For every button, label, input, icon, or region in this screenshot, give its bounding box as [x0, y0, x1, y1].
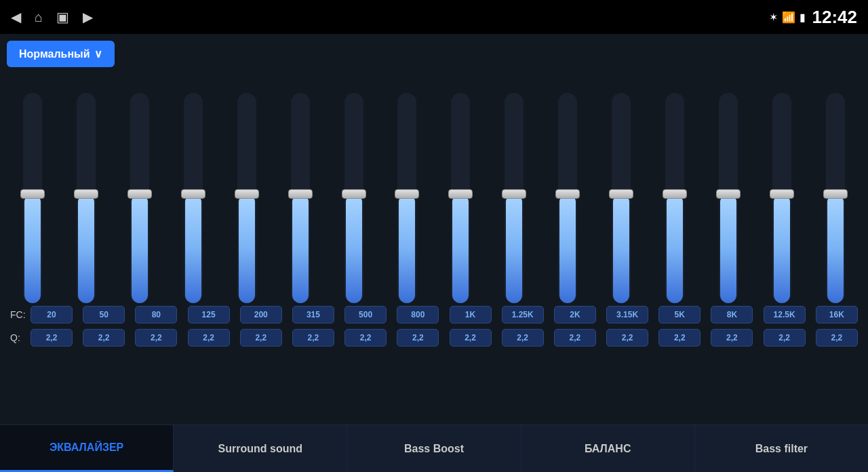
eq-band-50: [64, 93, 108, 303]
slider-handle-200[interactable]: [235, 189, 259, 199]
fc-row: FC: 2050801252003155008001K1.25K2K3.15K5…: [7, 303, 861, 326]
slider-track-16K[interactable]: [826, 93, 845, 303]
q-badge-4[interactable]: 2,2: [240, 329, 282, 347]
tab-bass_filter[interactable]: Bass filter: [695, 425, 868, 472]
media-icon[interactable]: ▶: [83, 9, 93, 25]
slider-fill-16K: [827, 194, 844, 303]
q-badge-14[interactable]: 2,2: [764, 329, 806, 347]
back-icon[interactable]: ◀: [11, 9, 21, 25]
slider-handle-5K[interactable]: [663, 189, 687, 199]
q-badge-9[interactable]: 2,2: [502, 329, 544, 347]
fc-badge-125[interactable]: 125: [188, 306, 230, 323]
slider-fill-500: [346, 194, 362, 303]
slider-handle-3.15K[interactable]: [609, 189, 633, 199]
tab-surround[interactable]: Surround sound: [174, 425, 347, 472]
slider-handle-80[interactable]: [127, 189, 152, 199]
slider-handle-2K[interactable]: [555, 189, 580, 199]
fc-badge-1K[interactable]: 1K: [450, 306, 492, 323]
slider-handle-1K[interactable]: [448, 189, 473, 199]
slider-fill-315: [292, 194, 309, 303]
slider-handle-1.25K[interactable]: [502, 189, 526, 199]
q-badge-5[interactable]: 2,2: [292, 329, 334, 347]
eq-band-20: [10, 93, 55, 303]
q-badge-6[interactable]: 2,2: [344, 329, 387, 347]
fc-badge-1.25K[interactable]: 1.25K: [502, 306, 544, 323]
slider-fill-125: [185, 194, 201, 303]
q-row: Q: 2,22,22,22,22,22,22,22,22,22,22,22,22…: [7, 326, 861, 349]
slider-track-3.15K[interactable]: [612, 93, 631, 303]
q-badge-2[interactable]: 2,2: [135, 329, 177, 347]
q-badge-12[interactable]: 2,2: [658, 329, 701, 347]
slider-track-1.25K[interactable]: [505, 93, 524, 303]
q-label: Q:: [10, 332, 31, 343]
eq-band-80: [117, 93, 162, 303]
slider-fill-200: [239, 194, 255, 303]
q-badge-1[interactable]: 2,2: [83, 329, 125, 347]
window-icon[interactable]: ▣: [56, 9, 69, 25]
slider-track-80[interactable]: [130, 93, 149, 303]
slider-track-315[interactable]: [291, 93, 310, 303]
eq-sliders-area: [7, 73, 861, 303]
fc-badge-80[interactable]: 80: [135, 306, 177, 323]
slider-track-5K[interactable]: [665, 93, 684, 303]
slider-handle-50[interactable]: [74, 189, 98, 199]
slider-track-12.5K[interactable]: [772, 93, 791, 303]
preset-label: Нормальный: [19, 48, 90, 60]
slider-fill-2K: [559, 194, 576, 303]
slider-track-200[interactable]: [237, 93, 256, 303]
status-right: ✶ 📶 ▮ 12:42: [769, 7, 858, 28]
eq-band-800: [384, 93, 429, 303]
q-badge-7[interactable]: 2,2: [397, 329, 439, 347]
fc-badge-3.15K[interactable]: 3.15K: [606, 306, 648, 323]
fc-badge-20[interactable]: 20: [31, 306, 73, 323]
fc-badge-16K[interactable]: 16K: [816, 306, 858, 323]
slider-handle-800[interactable]: [395, 189, 419, 199]
slider-fill-1.25K: [506, 194, 522, 303]
slider-handle-20[interactable]: [20, 189, 45, 199]
slider-fill-3.15K: [613, 194, 629, 303]
slider-handle-500[interactable]: [342, 189, 366, 199]
preset-button[interactable]: Нормальный ∨: [7, 41, 115, 67]
fc-badge-8K[interactable]: 8K: [711, 306, 753, 323]
slider-handle-16K[interactable]: [823, 189, 848, 199]
slider-track-8K[interactable]: [719, 93, 738, 303]
q-badge-13[interactable]: 2,2: [711, 329, 753, 347]
slider-handle-12.5K[interactable]: [770, 189, 794, 199]
preset-dropdown-icon: ∨: [94, 47, 102, 60]
eq-band-2K: [545, 93, 590, 303]
fc-badge-50[interactable]: 50: [83, 306, 125, 323]
slider-fill-50: [78, 194, 94, 303]
slider-track-800[interactable]: [397, 93, 416, 303]
slider-handle-8K[interactable]: [716, 189, 741, 199]
fc-badge-5K[interactable]: 5K: [658, 306, 701, 323]
slider-handle-315[interactable]: [288, 189, 313, 199]
status-bar: ◀ ⌂ ▣ ▶ ✶ 📶 ▮ 12:42: [0, 0, 868, 34]
slider-track-2K[interactable]: [558, 93, 577, 303]
slider-track-125[interactable]: [184, 93, 203, 303]
q-badge-11[interactable]: 2,2: [606, 329, 648, 347]
slider-track-1K[interactable]: [451, 93, 470, 303]
fc-badge-2K[interactable]: 2K: [554, 306, 596, 323]
q-badge-8[interactable]: 2,2: [450, 329, 492, 347]
home-icon[interactable]: ⌂: [35, 9, 43, 25]
fc-badge-800[interactable]: 800: [397, 306, 439, 323]
tab-balance[interactable]: БАЛАНС: [521, 425, 695, 472]
q-badge-0[interactable]: 2,2: [31, 329, 73, 347]
fc-badge-500[interactable]: 500: [344, 306, 387, 323]
slider-track-20[interactable]: [23, 93, 42, 303]
fc-badge-315[interactable]: 315: [292, 306, 334, 323]
fc-badge-200[interactable]: 200: [240, 306, 282, 323]
slider-fill-12.5K: [774, 194, 790, 303]
fc-badge-12.5K[interactable]: 12.5K: [764, 306, 806, 323]
eq-band-1K: [438, 93, 483, 303]
slider-track-50[interactable]: [77, 93, 96, 303]
slider-fill-80: [132, 194, 148, 303]
tab-bass_boost[interactable]: Bass Boost: [347, 425, 521, 472]
slider-track-500[interactable]: [344, 93, 363, 303]
slider-handle-125[interactable]: [181, 189, 205, 199]
q-badge-10[interactable]: 2,2: [554, 329, 596, 347]
tab-equalizer[interactable]: ЭКВАЛАЙЗЕР: [0, 425, 174, 472]
slider-fill-8K: [720, 194, 736, 303]
q-badge-3[interactable]: 2,2: [188, 329, 230, 347]
q-badge-15[interactable]: 2,2: [816, 329, 858, 347]
